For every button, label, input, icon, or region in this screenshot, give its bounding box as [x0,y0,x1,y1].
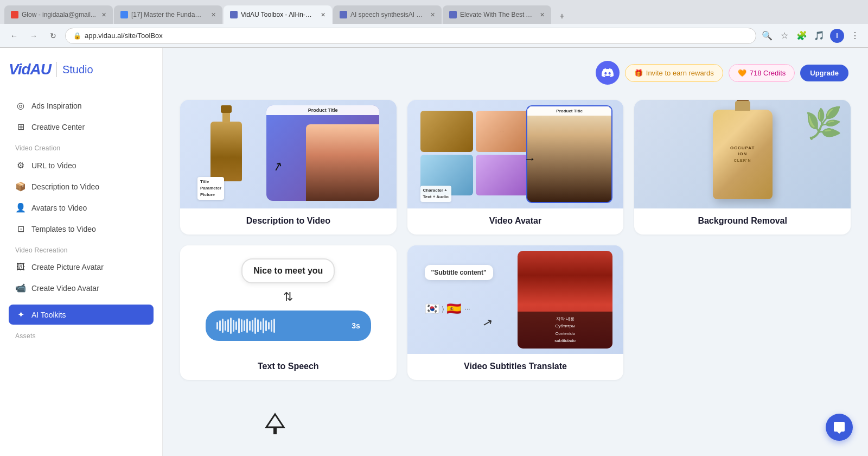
tab-close-ai[interactable]: ✕ [430,11,435,18]
forward-button[interactable]: → [26,28,41,43]
sidebar-item-templates-to-video[interactable]: ⊡ Templates to Video [9,219,154,239]
waveform-bar [273,319,275,333]
section-label-assets: Assets [9,326,154,343]
waveform-bar [219,320,221,331]
desc-to-video-icon: 📦 [15,181,26,192]
invite-button[interactable]: 🎁 Invite to earn rewards [625,64,723,82]
tool-card-background-removal[interactable]: 🌿 OCCUPATIONCLER'N Background Removal [634,100,851,235]
tool-card-video-avatar[interactable]: ··· Product Title [407,100,624,235]
sidebar-item-create-video-avatar[interactable]: 📹 Create Video Avatar [9,278,154,298]
bg-bottle-body: OCCUPATIONCLER'N [713,110,773,199]
sidebar-item-creative-center[interactable]: ⊞ Creative Center [9,117,154,137]
chat-icon [833,421,846,434]
search-icon[interactable]: 🔍 [761,29,774,42]
tab-label-vidau: VidAU Toolbox - All-in-O... [241,11,315,18]
va-thumb-2: ··· [476,111,528,152]
svg-marker-0 [266,414,284,427]
sidebar-item-description-to-video[interactable]: 📦 Description to Video [9,176,154,197]
dtv-screen: Product Title ▶ [266,105,379,201]
tool-card-text-to-speech[interactable]: Nice to meet you ⇅ 3s Text to Speech [180,245,397,380]
tts-card-visual: Nice to meet you ⇅ 3s [180,245,397,354]
tts-waveform [216,317,346,334]
tab-gmail[interactable]: Glow - ingidaala@gmail... ✕ [4,5,113,24]
tool-label-description-to-video: Description to Video [180,208,397,235]
chat-fab-button[interactable] [826,414,853,441]
vst-product-image: 자막 내용СубтитрыContenidosubtitulado [518,251,612,349]
sidebar-label-desc: Description to Video [31,182,99,191]
waveform-bar [238,318,240,333]
dtv-card-visual: Product Title ▶ ↗ TitleParameterPicture [180,100,397,208]
back-button[interactable]: ← [7,28,22,43]
profile-icon[interactable]: I [830,29,844,43]
tab-close-gmail[interactable]: ✕ [101,11,106,18]
sidebar-label-templates: Templates to Video [31,225,96,233]
tools-grid: Product Title ▶ ↗ TitleParameterPicture [180,100,851,380]
new-tab-button[interactable]: + [554,9,570,24]
upgrade-button[interactable]: Upgrade [800,65,848,81]
waveform-bar [222,319,224,333]
tab-elevate[interactable]: Elevate With The Best AI... ✕ [443,5,551,24]
video-avatar-icon: 📹 [15,283,26,293]
tool-card-video-subtitles[interactable]: "Subtitle content" 🇰🇷 ⟩ 🇪🇸 ··· ↗ [407,245,624,380]
tool-card-img-tts: Nice to meet you ⇅ 3s [180,245,397,354]
waveform-bar [260,321,261,330]
vst-flag-spain: 🇪🇸 [446,302,461,316]
address-input[interactable]: 🔒 app.vidau.ai/site/ToolBox [65,28,756,44]
waveform-bar [252,320,253,332]
vst-arrow-icon: ↗ [481,315,494,331]
waveform-bar [241,319,242,332]
bg-bottle-neck [735,101,750,111]
tab-close-vidau[interactable]: ✕ [321,11,326,18]
section-label-video-recreation: Video Recreation [9,240,154,257]
tab-label-gmail: Glow - ingidaala@gmail... [22,11,96,18]
tab-favicon-master [120,11,128,18]
tab-ai-speech[interactable]: AI speech synthesisAI sp... ✕ [333,5,442,24]
section-label-video-creation: Video Creation [9,138,154,155]
extensions-icon[interactable]: 🧩 [795,29,808,42]
dtv-screen-title: Product Title [266,105,379,115]
reload-button[interactable]: ↻ [46,28,61,43]
sidebar-item-ads-inspiration[interactable]: ◎ Ads Inspiration [9,96,154,116]
sidebar-label-picture-avatar: Create Picture Avatar [31,263,104,271]
vst-more-dots: ··· [465,305,470,313]
address-icons: 🔍 ☆ 🧩 🎵 I ⋮ [761,29,861,43]
bg-bottle-label: OCCUPATIONCLER'N [730,145,755,163]
sidebar-item-create-picture-avatar[interactable]: 🖼 Create Picture Avatar [9,257,154,277]
sidebar-item-avatars-to-video[interactable]: 👤 Avatars to Video [9,198,154,218]
va-thumbs-grid: ··· [420,111,528,195]
waveform-bar [263,318,264,333]
top-bar: 🎁 Invite to earn rewards 🧡 718 Credits U… [180,61,851,85]
svg-rect-1 [273,427,277,434]
va-thumb-1 [420,111,473,152]
url-to-video-icon: ⚙ [15,160,26,170]
ads-inspiration-icon: ◎ [15,100,26,111]
menu-icon[interactable]: ⋮ [848,29,861,42]
waveform-bar [230,318,232,334]
vst-overlay: 자막 내용СубтитрыContenidosubtitulado [518,312,612,349]
bg-bottle-container: OCCUPATIONCLER'N [713,110,773,199]
credits-emoji: 🧡 [738,69,746,77]
sidebar-item-url-to-video[interactable]: ⚙ URL to Video [9,155,154,175]
scroll-up-arrow[interactable] [264,412,286,440]
dtv-perfume-neck [222,112,230,123]
va-handle-tr [609,105,612,109]
tab-master[interactable]: [17] Master the Fundame... ✕ [114,5,222,24]
tool-card-description-to-video[interactable]: Product Title ▶ ↗ TitleParameterPicture [180,100,397,235]
sidebar-label-url: URL to Video [31,161,76,170]
bookmark-icon[interactable]: ☆ [778,29,791,42]
waveform-bar [216,322,218,330]
vst-subtitle-text: "Subtitle content" [425,265,493,280]
tts-arrows-icon: ⇅ [283,290,293,304]
sidebar-label-avatars: Avatars to Video [31,204,87,212]
sidebar-item-ai-toolkits[interactable]: ✦ AI Toolkits [9,305,154,325]
va-arrow-icon: → [524,152,536,166]
logo-divider [56,62,57,77]
main-content: 🎁 Invite to earn rewards 🧡 718 Credits U… [163,48,868,456]
va-char-label: Character +Text + Audio [420,186,451,202]
discord-button[interactable] [596,61,620,85]
media-icon[interactable]: 🎵 [813,29,826,42]
credits-button[interactable]: 🧡 718 Credits [729,64,795,82]
tab-close-elevate[interactable]: ✕ [540,11,545,18]
tab-close-master[interactable]: ✕ [211,11,216,18]
tab-vidau[interactable]: VidAU Toolbox - All-in-O... ✕ [224,5,332,24]
